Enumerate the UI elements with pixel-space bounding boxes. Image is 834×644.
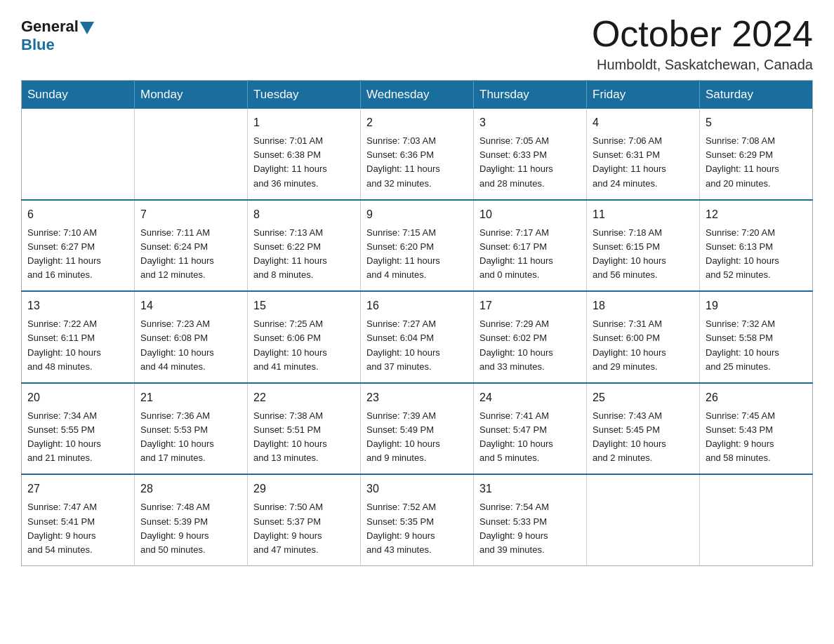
day-number: 23: [366, 389, 468, 406]
logo: General Blue: [21, 14, 95, 54]
day-info: Sunrise: 7:43 AM Sunset: 5:45 PM Dayligh…: [593, 409, 694, 466]
logo-blue-text: Blue: [21, 36, 55, 54]
calendar-cell: 13Sunrise: 7:22 AM Sunset: 6:11 PM Dayli…: [22, 291, 135, 383]
day-info: Sunrise: 7:17 AM Sunset: 6:17 PM Dayligh…: [479, 226, 581, 283]
calendar-cell: [135, 109, 248, 200]
day-number: 21: [140, 389, 241, 406]
weekday-header-friday: Friday: [587, 81, 700, 109]
day-info: Sunrise: 7:10 AM Sunset: 6:27 PM Dayligh…: [27, 226, 128, 283]
calendar-cell: 21Sunrise: 7:36 AM Sunset: 5:53 PM Dayli…: [135, 383, 248, 475]
calendar-cell: 5Sunrise: 7:08 AM Sunset: 6:29 PM Daylig…: [700, 109, 813, 200]
calendar-cell: 3Sunrise: 7:05 AM Sunset: 6:33 PM Daylig…: [474, 109, 587, 200]
day-number: 8: [253, 206, 355, 223]
day-info: Sunrise: 7:41 AM Sunset: 5:47 PM Dayligh…: [479, 409, 581, 466]
day-number: 16: [366, 297, 468, 314]
day-info: Sunrise: 7:54 AM Sunset: 5:33 PM Dayligh…: [479, 500, 581, 557]
calendar-cell: 2Sunrise: 7:03 AM Sunset: 6:36 PM Daylig…: [361, 109, 474, 200]
calendar-cell: 28Sunrise: 7:48 AM Sunset: 5:39 PM Dayli…: [135, 474, 248, 565]
calendar-cell: 23Sunrise: 7:39 AM Sunset: 5:49 PM Dayli…: [361, 383, 474, 475]
day-number: 9: [366, 206, 468, 223]
day-number: 7: [140, 206, 241, 223]
day-number: 2: [366, 114, 468, 131]
day-number: 11: [593, 206, 694, 223]
calendar-cell: 25Sunrise: 7:43 AM Sunset: 5:45 PM Dayli…: [587, 383, 700, 475]
day-number: 28: [140, 481, 241, 497]
calendar-cell: 7Sunrise: 7:11 AM Sunset: 6:24 PM Daylig…: [135, 200, 248, 292]
weekday-header-monday: Monday: [135, 81, 248, 109]
day-number: 1: [253, 114, 355, 131]
day-number: 5: [706, 114, 807, 131]
calendar-cell: 11Sunrise: 7:18 AM Sunset: 6:15 PM Dayli…: [587, 200, 700, 292]
calendar-cell: 27Sunrise: 7:47 AM Sunset: 5:41 PM Dayli…: [22, 474, 135, 565]
calendar-cell: 17Sunrise: 7:29 AM Sunset: 6:02 PM Dayli…: [474, 291, 587, 383]
month-title: October 2024: [592, 14, 813, 54]
calendar-cell: 4Sunrise: 7:06 AM Sunset: 6:31 PM Daylig…: [587, 109, 700, 200]
header: General Blue October 2024 Humboldt, Sask…: [21, 14, 813, 73]
day-number: 27: [27, 481, 128, 497]
day-info: Sunrise: 7:08 AM Sunset: 6:29 PM Dayligh…: [706, 134, 807, 191]
day-number: 20: [27, 389, 128, 406]
day-info: Sunrise: 7:34 AM Sunset: 5:55 PM Dayligh…: [27, 409, 128, 466]
calendar-cell: 26Sunrise: 7:45 AM Sunset: 5:43 PM Dayli…: [700, 383, 813, 475]
day-info: Sunrise: 7:52 AM Sunset: 5:35 PM Dayligh…: [366, 500, 468, 557]
calendar-cell: 14Sunrise: 7:23 AM Sunset: 6:08 PM Dayli…: [135, 291, 248, 383]
day-number: 3: [479, 114, 581, 131]
day-info: Sunrise: 7:29 AM Sunset: 6:02 PM Dayligh…: [479, 317, 581, 374]
logo-triangle-icon: [80, 22, 94, 34]
day-number: 13: [27, 297, 128, 314]
day-info: Sunrise: 7:20 AM Sunset: 6:13 PM Dayligh…: [706, 226, 807, 283]
day-info: Sunrise: 7:48 AM Sunset: 5:39 PM Dayligh…: [140, 500, 241, 557]
day-number: 17: [479, 297, 581, 314]
calendar-week-row: 27Sunrise: 7:47 AM Sunset: 5:41 PM Dayli…: [22, 474, 813, 565]
day-info: Sunrise: 7:03 AM Sunset: 6:36 PM Dayligh…: [366, 134, 468, 191]
day-number: 22: [253, 389, 355, 406]
day-info: Sunrise: 7:31 AM Sunset: 6:00 PM Dayligh…: [593, 317, 694, 374]
day-info: Sunrise: 7:25 AM Sunset: 6:06 PM Dayligh…: [253, 317, 355, 374]
day-number: 12: [706, 206, 807, 223]
day-number: 26: [706, 389, 807, 406]
day-info: Sunrise: 7:15 AM Sunset: 6:20 PM Dayligh…: [366, 226, 468, 283]
day-info: Sunrise: 7:32 AM Sunset: 5:58 PM Dayligh…: [706, 317, 807, 374]
day-info: Sunrise: 7:18 AM Sunset: 6:15 PM Dayligh…: [593, 226, 694, 283]
weekday-header-saturday: Saturday: [700, 81, 813, 109]
day-info: Sunrise: 7:47 AM Sunset: 5:41 PM Dayligh…: [27, 500, 128, 557]
day-info: Sunrise: 7:38 AM Sunset: 5:51 PM Dayligh…: [253, 409, 355, 466]
calendar-cell: 31Sunrise: 7:54 AM Sunset: 5:33 PM Dayli…: [474, 474, 587, 565]
day-number: 19: [706, 297, 807, 314]
calendar-week-row: 20Sunrise: 7:34 AM Sunset: 5:55 PM Dayli…: [22, 383, 813, 475]
calendar-cell: 22Sunrise: 7:38 AM Sunset: 5:51 PM Dayli…: [248, 383, 361, 475]
day-info: Sunrise: 7:13 AM Sunset: 6:22 PM Dayligh…: [253, 226, 355, 283]
day-info: Sunrise: 7:36 AM Sunset: 5:53 PM Dayligh…: [140, 409, 241, 466]
location-title: Humboldt, Saskatchewan, Canada: [592, 57, 813, 73]
day-info: Sunrise: 7:01 AM Sunset: 6:38 PM Dayligh…: [253, 134, 355, 191]
weekday-header-wednesday: Wednesday: [361, 81, 474, 109]
calendar-cell: [22, 109, 135, 200]
calendar-cell: 29Sunrise: 7:50 AM Sunset: 5:37 PM Dayli…: [248, 474, 361, 565]
day-number: 29: [253, 481, 355, 497]
logo-general-text: General: [21, 18, 79, 36]
calendar-cell: 18Sunrise: 7:31 AM Sunset: 6:00 PM Dayli…: [587, 291, 700, 383]
weekday-header-thursday: Thursday: [474, 81, 587, 109]
weekday-header-row: SundayMondayTuesdayWednesdayThursdayFrid…: [22, 81, 813, 109]
calendar-week-row: 6Sunrise: 7:10 AM Sunset: 6:27 PM Daylig…: [22, 200, 813, 292]
calendar-cell: 9Sunrise: 7:15 AM Sunset: 6:20 PM Daylig…: [361, 200, 474, 292]
calendar-cell: 24Sunrise: 7:41 AM Sunset: 5:47 PM Dayli…: [474, 383, 587, 475]
day-info: Sunrise: 7:50 AM Sunset: 5:37 PM Dayligh…: [253, 500, 355, 557]
calendar-week-row: 1Sunrise: 7:01 AM Sunset: 6:38 PM Daylig…: [22, 109, 813, 200]
day-number: 18: [593, 297, 694, 314]
day-number: 24: [479, 389, 581, 406]
day-info: Sunrise: 7:39 AM Sunset: 5:49 PM Dayligh…: [366, 409, 468, 466]
day-info: Sunrise: 7:27 AM Sunset: 6:04 PM Dayligh…: [366, 317, 468, 374]
day-info: Sunrise: 7:06 AM Sunset: 6:31 PM Dayligh…: [593, 134, 694, 191]
calendar-cell: 16Sunrise: 7:27 AM Sunset: 6:04 PM Dayli…: [361, 291, 474, 383]
day-info: Sunrise: 7:45 AM Sunset: 5:43 PM Dayligh…: [706, 409, 807, 466]
day-number: 31: [479, 481, 581, 497]
day-number: 14: [140, 297, 241, 314]
day-number: 30: [366, 481, 468, 497]
calendar-cell: 15Sunrise: 7:25 AM Sunset: 6:06 PM Dayli…: [248, 291, 361, 383]
calendar-cell: 30Sunrise: 7:52 AM Sunset: 5:35 PM Dayli…: [361, 474, 474, 565]
calendar-cell: [587, 474, 700, 565]
calendar-cell: 20Sunrise: 7:34 AM Sunset: 5:55 PM Dayli…: [22, 383, 135, 475]
title-area: October 2024 Humboldt, Saskatchewan, Can…: [592, 14, 813, 73]
day-number: 10: [479, 206, 581, 223]
